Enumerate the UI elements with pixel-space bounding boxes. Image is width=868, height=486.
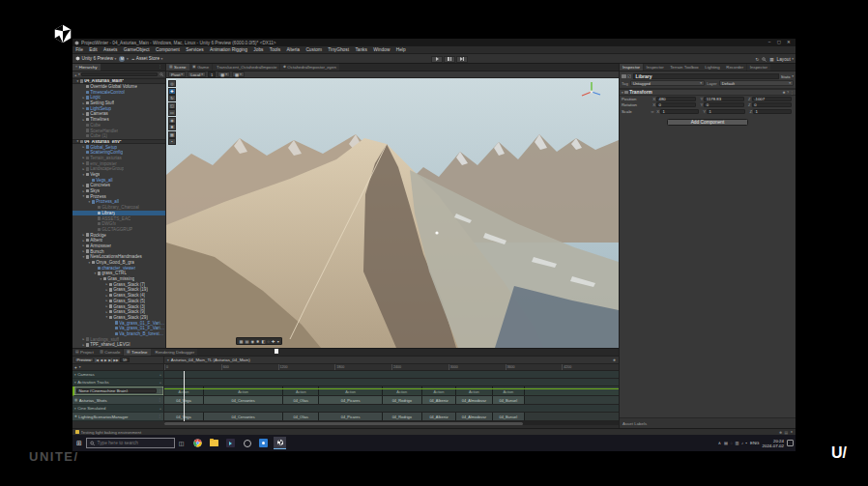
add-icon[interactable]: + [159,381,161,385]
track-cinemachine[interactable]: None (Cinemachine Brain) ⋮ [72,386,163,396]
overlay-tool-icon[interactable]: ◧ [262,339,266,344]
expand-arrow-icon[interactable]: ▾ [74,373,76,377]
gameobject-name-field[interactable]: Library [633,73,780,79]
expand-arrow-icon[interactable]: ▸ [104,288,109,292]
hierarchy-item[interactable]: ▸ TPF_shared_LEVGI [72,342,165,348]
menu-item[interactable]: Tools [267,46,284,54]
expand-arrow-icon[interactable]: ▾ [104,315,109,319]
expand-arrow-icon[interactable]: ▸ [81,118,86,122]
inspector-tab[interactable]: Recorder [723,64,746,71]
timeline-clip[interactable]: Action [204,386,283,395]
timeline-clip[interactable]: 04_Almodovar [456,396,492,404]
asset-store-button[interactable]: ☁ Asset Store ▾ [131,56,163,61]
help-icon[interactable]: ? [787,91,789,95]
language-indicator[interactable]: ENG [750,441,760,445]
expand-arrow-icon[interactable]: ▸ [81,161,86,165]
timeline-clip[interactable]: 04_Olias [283,413,319,420]
scale-y-field[interactable]: 1 [707,109,745,114]
expand-arrow-icon[interactable]: ▸ [81,106,86,110]
expand-arrow-icon[interactable]: ▾ [93,272,98,275]
task-view-button[interactable]: ◫ [175,440,188,446]
expand-arrow-icon[interactable]: ▸ [81,249,86,253]
options-icon[interactable]: ⋮ [159,398,161,402]
layers-icon[interactable]: ▦ [769,57,773,62]
position-x-field[interactable]: 480 [656,97,696,101]
grid-snap-value[interactable]: 1 [208,71,216,77]
tool-button[interactable]: ✱ [168,124,176,130]
step-button[interactable] [456,56,468,63]
search-input[interactable] [97,441,171,445]
create-button[interactable]: + [74,72,77,77]
menu-item[interactable]: Custom [303,46,325,54]
cinemachine-binding-field[interactable]: None (Cinemachine Brain) [76,388,157,393]
layer-dropdown[interactable]: Default ▾ [719,80,794,86]
tool-button[interactable]: ▭ [168,109,176,116]
notification-center-icon[interactable] [787,440,794,446]
expand-arrow-icon[interactable]: ▾ [87,261,92,265]
menu-item[interactable]: Alteria [283,46,303,54]
expand-arrow-icon[interactable]: ▸ [81,145,86,149]
tray-expand-icon[interactable]: ∧ [718,441,721,445]
undo-history-icon[interactable]: ↻ [755,57,759,62]
preview-toggle[interactable]: Preview [74,357,94,363]
overlay-tool-icon[interactable]: ✱ [256,339,260,344]
rotation-y-field[interactable]: 0 [704,102,743,107]
add-icon[interactable]: + [159,407,161,411]
snap-settings-dropdown[interactable]: ▦ ▾ [232,71,245,77]
options-icon[interactable]: ⋮ [159,415,161,418]
track-group-activation[interactable]: ▾ Activation Tracks + [72,379,163,386]
expand-arrow-icon[interactable]: ▾ [75,139,80,143]
timeline-clip[interactable]: 04_Picares [319,396,382,404]
next-frame-button[interactable]: ▶| [108,358,112,362]
tray-icon[interactable]: ▤ [724,441,728,445]
timeline-clip[interactable]: Action [383,386,422,395]
timeline-clip[interactable]: 04_Bunuel [493,396,526,404]
hierarchy-options-button[interactable]: ⋮ [156,64,165,71]
frame-counter[interactable]: 59 [120,357,129,362]
tray-icon[interactable]: ▪ [746,441,748,445]
expand-arrow-icon[interactable]: ▾ [87,200,92,204]
go-to-end-button[interactable]: ▶▶ [113,358,119,362]
media-app-icon[interactable] [224,437,237,449]
menu-item[interactable]: File [72,46,86,54]
grid-visibility-dropdown[interactable]: ▦ ▾ [217,71,230,77]
active-checkbox[interactable]: ✓ [627,74,631,78]
expand-arrow-icon[interactable]: ▸ [81,243,86,247]
taskbar-search[interactable] [86,438,175,448]
account-button[interactable]: M ▾ [119,56,128,62]
overlay-tool-icon[interactable]: ✚ [272,339,275,344]
expand-arrow-icon[interactable]: ▸ [81,96,86,100]
hierarchy-search-input[interactable] [81,72,158,77]
timeline-ruler[interactable]: 0600120018002400300036004200 [164,364,619,370]
timeline-clip[interactable]: 04_Bunuel [493,413,526,420]
timeline-clip[interactable]: 04_Almodovar [456,413,492,420]
transform-component-header[interactable]: ▾ Transform ✱ ? ⋮ [620,89,796,96]
status-icon[interactable]: ▤ [785,430,789,435]
add-component-button[interactable]: Add Component [667,119,748,126]
inspector-tab[interactable]: Inspector [747,64,770,71]
menu-item[interactable]: Edit [86,46,101,54]
track-shots[interactable]: ▦ Asturias_Shots ⋮ [72,396,163,405]
expand-arrow-icon[interactable]: ▸ [104,310,109,314]
static-dropdown[interactable]: Static ▾ [781,74,794,79]
more-icon[interactable]: ⋮ [790,91,794,95]
tool-button[interactable]: ✚ [168,88,176,95]
clock-app-icon[interactable] [241,437,253,449]
overlay-tool-icon[interactable]: ▦ [240,339,244,344]
file-explorer-icon[interactable] [208,437,220,449]
menu-item[interactable]: Component [153,46,183,54]
timeline-hscrollbar[interactable] [164,421,619,425]
gear-icon[interactable]: ✱ [782,91,785,95]
timeline-clip[interactable]: Action [456,386,492,395]
tool-button[interactable]: ▦ [168,131,176,138]
expand-arrow-icon[interactable]: ▾ [81,173,86,177]
clips-area[interactable]: ActionActionActionActionActionActionActi… [164,371,619,421]
tool-button[interactable]: ◱ [168,102,176,109]
expand-arrow-icon[interactable]: ▸ [81,167,86,171]
status-icon[interactable]: ● [791,430,793,435]
tool-button[interactable]: ▪ [168,138,176,145]
overlay-tool-icon[interactable]: ○ [268,339,271,344]
inspector-tab[interactable]: Lighting [702,64,722,71]
timeline-asset-selector[interactable]: ▾ Asturias_04_Main_TL (Asturias_04_Main)… [164,357,619,362]
foldout-arrow-icon[interactable]: ▾ [622,91,623,95]
